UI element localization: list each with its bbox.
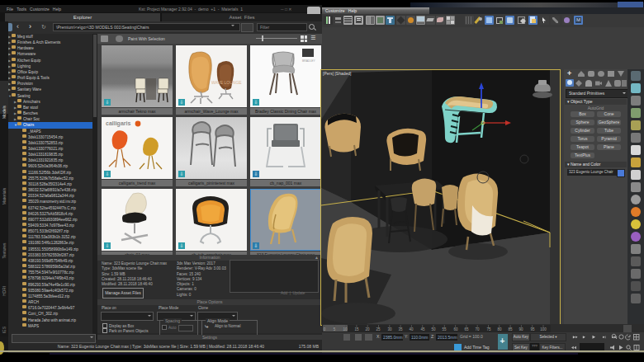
svg-text:30: 30 <box>387 327 392 331</box>
svg-text:80: 80 <box>497 327 502 331</box>
svg-text:20: 20 <box>365 327 370 331</box>
svg-text:15: 15 <box>354 327 359 331</box>
svg-text:calligaris: calligaris <box>106 120 130 127</box>
svg-text:95: 95 <box>530 327 535 331</box>
svg-text:50: 50 <box>431 327 436 331</box>
svg-text:35: 35 <box>398 327 403 331</box>
svg-text:90: 90 <box>519 327 523 331</box>
svg-text:BRADLEY: BRADLEY <box>302 59 316 63</box>
svg-text:100: 100 <box>540 327 547 331</box>
svg-text:70: 70 <box>475 327 480 331</box>
svg-text:85: 85 <box>508 327 513 331</box>
svg-text:75: 75 <box>486 327 491 331</box>
svg-text:WAVE LOUNGE: WAVE LOUNGE <box>211 80 242 85</box>
svg-text:60: 60 <box>453 327 458 331</box>
svg-text:40: 40 <box>409 327 414 331</box>
svg-text:55: 55 <box>442 327 447 331</box>
svg-text:25: 25 <box>376 327 381 331</box>
svg-text:65: 65 <box>464 327 469 331</box>
svg-text:10: 10 <box>343 327 348 331</box>
svg-text:45: 45 <box>420 327 425 331</box>
